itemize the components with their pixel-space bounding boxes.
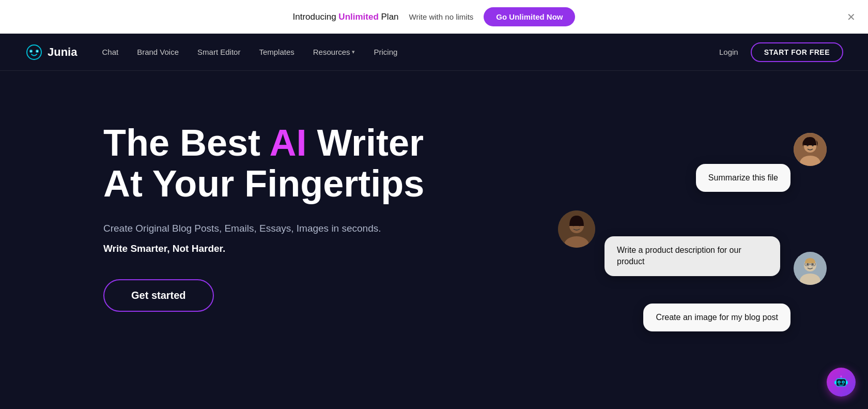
avatar-2 bbox=[558, 210, 595, 248]
svg-point-31 bbox=[840, 375, 842, 377]
banner-highlight: Unlimited bbox=[338, 12, 378, 22]
nav-actions: Login START FOR FREE bbox=[719, 42, 843, 62]
svg-point-0 bbox=[25, 43, 43, 62]
banner-text: Introducing Unlimited Plan bbox=[293, 12, 399, 22]
avatar-1 bbox=[794, 133, 827, 166]
hero-tagline: Write Smarter, Not Harder. bbox=[103, 243, 465, 254]
login-link[interactable]: Login bbox=[719, 48, 738, 56]
nav-templates[interactable]: Templates bbox=[259, 48, 294, 56]
bot-icon bbox=[833, 374, 849, 390]
announcement-banner: Introducing Unlimited Plan Write with no… bbox=[0, 0, 868, 34]
get-started-button[interactable]: Get started bbox=[103, 279, 214, 312]
svg-point-20 bbox=[812, 263, 814, 265]
logo-text: Junia bbox=[48, 46, 77, 59]
bubble-3-text: Create an image for my blog post bbox=[656, 313, 778, 322]
banner-close-button[interactable]: ✕ bbox=[847, 11, 856, 23]
svg-point-28 bbox=[839, 382, 840, 383]
avatar-1-svg bbox=[794, 133, 827, 166]
chat-bubble-2: Write a product description for our prod… bbox=[605, 236, 780, 276]
svg-rect-32 bbox=[834, 381, 836, 384]
logo[interactable]: Junia bbox=[25, 43, 77, 62]
go-unlimited-button[interactable]: Go Unlimited Now bbox=[484, 7, 575, 26]
avatar-2-svg bbox=[558, 210, 595, 248]
hero-title-part1: The Best bbox=[103, 122, 269, 163]
nav-brand-voice[interactable]: Brand Voice bbox=[137, 48, 179, 56]
chevron-down-icon: ▾ bbox=[352, 49, 355, 55]
chat-bubble-3: Create an image for my blog post bbox=[643, 304, 791, 331]
logo-icon bbox=[25, 43, 43, 62]
nav-resources[interactable]: Resources ▾ bbox=[313, 48, 355, 56]
nav-links: Chat Brand Voice Smart Editor Templates … bbox=[102, 48, 719, 56]
hero-section: The Best AI Writer At Your Fingertips Cr… bbox=[0, 71, 868, 391]
bubble-1-text: Summarize this file bbox=[708, 173, 778, 182]
nav-chat[interactable]: Chat bbox=[102, 48, 118, 56]
bubble-2-text: Write a product description for our prod… bbox=[617, 246, 741, 266]
banner-plan: Plan bbox=[379, 12, 399, 22]
hero-title: The Best AI Writer At Your Fingertips bbox=[103, 123, 465, 204]
chat-bubble-1: Summarize this file bbox=[696, 164, 791, 192]
nav-smart-editor[interactable]: Smart Editor bbox=[197, 48, 240, 56]
avatar-3-svg bbox=[794, 252, 827, 285]
hero-description: Create Original Blog Posts, Emails, Essa… bbox=[103, 221, 465, 236]
svg-rect-33 bbox=[846, 381, 848, 384]
nav-pricing[interactable]: Pricing bbox=[374, 48, 397, 56]
chat-area: Summarize this file Write a product desc… bbox=[537, 133, 827, 391]
banner-intro: Introducing bbox=[293, 12, 339, 22]
svg-point-19 bbox=[807, 263, 809, 265]
hero-content: The Best AI Writer At Your Fingertips Cr… bbox=[103, 112, 465, 312]
svg-point-29 bbox=[843, 382, 844, 383]
main-nav: Junia Chat Brand Voice Smart Editor Temp… bbox=[0, 34, 868, 71]
banner-subtext: Write with no limits bbox=[409, 12, 474, 21]
svg-point-5 bbox=[37, 50, 38, 51]
avatar-3 bbox=[794, 252, 827, 285]
svg-point-4 bbox=[30, 50, 32, 51]
start-free-button[interactable]: START FOR FREE bbox=[751, 42, 843, 62]
hero-title-ai: AI bbox=[269, 122, 306, 163]
bot-float-button[interactable] bbox=[827, 368, 856, 397]
